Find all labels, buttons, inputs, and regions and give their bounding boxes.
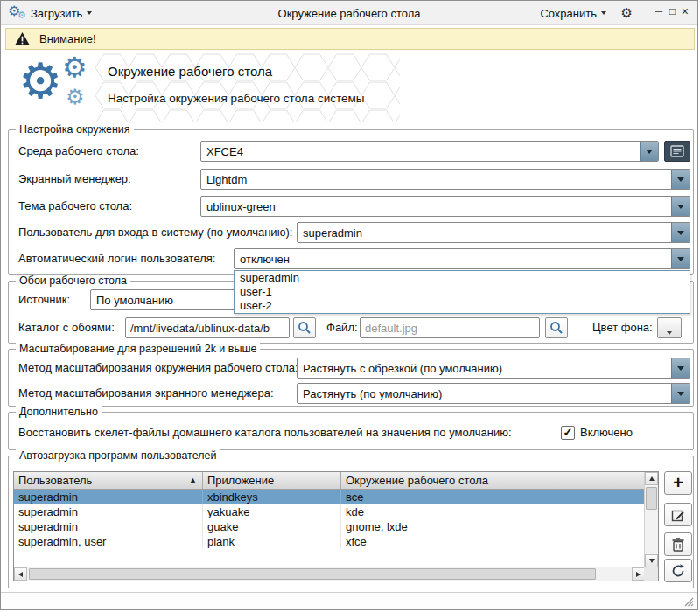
column-header-env[interactable]: Окружение рабочего стола — [341, 472, 645, 489]
desktop-environment-label: Среда рабочего стола: — [18, 141, 139, 162]
wallpaper-file-label: Файл: — [326, 317, 358, 338]
browse-file-button[interactable] — [545, 317, 568, 338]
chevron-down-icon — [667, 331, 672, 335]
background-color-label: Цвет фона: — [592, 317, 653, 338]
column-header-label: Пользователь — [18, 472, 189, 489]
scaling-desktop-label: Метод масштабирования окружения рабочего… — [18, 358, 298, 379]
skel-restore-checkbox[interactable]: ✓ — [561, 426, 575, 440]
scroll-left-button[interactable] — [14, 567, 27, 581]
login-user-select[interactable]: superadmin — [297, 222, 690, 243]
dropdown-option[interactable]: user-1 — [234, 285, 690, 299]
delete-row-button[interactable] — [664, 532, 692, 556]
scaling-dm-select[interactable]: Растянуть (по умолчанию) — [297, 383, 690, 404]
background-color-picker[interactable] — [657, 317, 682, 338]
save-menu-button[interactable]: Сохранить — [540, 1, 606, 25]
page-subtitle: Настройка окружения рабочего стола систе… — [108, 92, 365, 105]
column-header-user[interactable]: Пользователь ▲ — [14, 472, 203, 489]
autologin-label: Автоматический логин пользователя: — [18, 248, 215, 269]
edit-row-button[interactable] — [664, 503, 692, 526]
scaling-desktop-select[interactable]: Растянуть с обрезкой (по умолчанию) — [297, 358, 690, 379]
dropdown-option[interactable]: user-2 — [234, 299, 690, 313]
autostart-table: Пользователь ▲ Приложение Окружение рабо… — [13, 471, 659, 581]
scaling-desktop-value: Растянуть с обрезкой (по умолчанию) — [298, 362, 671, 375]
save-button-label: Сохранить — [540, 7, 597, 20]
scroll-down-button[interactable] — [645, 554, 658, 567]
check-icon: ✓ — [564, 427, 573, 438]
display-manager-select[interactable]: Lightdm — [200, 169, 690, 190]
trash-icon — [671, 537, 685, 553]
titlebar: ⚙ ⚙ Загрузить Окружение рабочего стола С… — [1, 1, 697, 25]
plus-icon: + — [673, 474, 683, 491]
column-header-label: Приложение — [207, 472, 340, 489]
autologin-select[interactable]: отключен — [234, 248, 690, 269]
warning-banner: Внимание! — [5, 28, 695, 50]
table-row[interactable]: superadmin xbindkeys все — [14, 490, 645, 504]
autologin-dropdown-list: superadmin user-1 user-2 — [234, 270, 690, 314]
logo-gear-large-icon: ⚙ — [18, 57, 62, 106]
scroll-right-button[interactable] — [632, 567, 645, 581]
vertical-scroll-thumb[interactable] — [646, 487, 657, 510]
wallpaper-dir-input[interactable] — [125, 317, 290, 338]
list-icon — [670, 145, 684, 157]
chevron-down-icon — [601, 11, 606, 15]
horizontal-scroll-thumb[interactable] — [29, 568, 596, 580]
scroll-up-button[interactable] — [645, 472, 658, 485]
column-header-label: Окружение рабочего стола — [346, 472, 644, 489]
horizontal-scrollbar[interactable] — [14, 567, 645, 581]
scaling-dm-value: Растянуть (по умолчанию) — [298, 387, 671, 400]
theme-label: Тема рабочего стола: — [18, 196, 132, 217]
desktop-environment-select[interactable]: XFCE4 — [200, 141, 659, 162]
logo-gear-medium-icon: ⚙ — [62, 53, 88, 81]
browse-dir-button[interactable] — [293, 317, 316, 338]
refresh-button[interactable] — [664, 559, 692, 582]
wallpaper-file-input[interactable] — [360, 317, 540, 338]
theme-value: ublinux-green — [201, 200, 671, 213]
chevron-down-icon — [671, 170, 690, 189]
group-environment-legend: Настройка окружения — [16, 123, 134, 136]
desktop-environment-value: XFCE4 — [201, 145, 640, 158]
logo-gear-small-icon: ⚙ — [66, 87, 85, 108]
vertical-scrollbar[interactable] — [644, 472, 658, 567]
page-title: Окружение рабочего стола — [108, 64, 272, 79]
chevron-down-icon — [87, 11, 92, 15]
chevron-down-icon — [640, 142, 658, 161]
table-header-row: Пользователь ▲ Приложение Окружение рабо… — [14, 472, 645, 490]
skel-restore-label: Восстановить скелет-файлы домашнего ката… — [18, 422, 512, 443]
login-user-label: Пользователь для входа в систему (по умо… — [18, 222, 292, 243]
app-window: ⚙ ⚙ Загрузить Окружение рабочего стола С… — [0, 0, 698, 610]
group-autostart-legend: Автозагрузка программ пользователей — [16, 449, 220, 462]
app-gear-small-icon: ⚙ — [18, 10, 26, 20]
refresh-icon — [670, 563, 686, 579]
login-user-value: superadmin — [298, 226, 671, 240]
column-header-app[interactable]: Приложение — [203, 472, 341, 489]
display-manager-label: Экранный менеджер: — [18, 169, 131, 190]
magnifier-icon — [550, 321, 564, 335]
desktop-environment-details-button[interactable] — [664, 141, 690, 162]
maximize-button[interactable]: □ — [669, 6, 676, 17]
chevron-down-icon — [671, 223, 690, 242]
theme-select[interactable]: ublinux-green — [200, 196, 690, 217]
table-row[interactable]: superadmin yakuake kde — [14, 504, 645, 519]
display-manager-value: Lightdm — [201, 173, 671, 186]
magnifier-icon — [298, 321, 312, 335]
chevron-down-icon — [671, 358, 690, 378]
wallpaper-dir-label: Каталог с обоями: — [18, 317, 115, 338]
dropdown-option[interactable]: superadmin — [234, 271, 690, 285]
group-extra-legend: Дополнительно — [16, 406, 102, 418]
status-bar — [1, 592, 697, 609]
load-button-label: Загрузить — [31, 7, 82, 20]
minimize-button[interactable]: ─ — [654, 6, 662, 17]
chevron-down-icon — [671, 384, 690, 403]
add-row-button[interactable]: + — [664, 471, 692, 495]
resize-grip[interactable] — [682, 595, 695, 608]
group-scaling-legend: Масштабирование для разрешений 2k и выше — [16, 343, 260, 355]
chevron-down-icon — [671, 249, 690, 268]
load-menu-button[interactable]: Загрузить — [31, 1, 92, 25]
close-button[interactable]: × — [682, 5, 689, 17]
table-row[interactable]: superadmin, user plank xfce — [14, 534, 645, 549]
warning-text: Внимание! — [39, 32, 96, 45]
table-row[interactable]: superadmin guake gnome, lxde — [14, 519, 645, 534]
settings-gear-icon[interactable]: ⚙ — [621, 6, 633, 19]
pencil-edit-icon — [670, 507, 686, 523]
group-wallpaper-legend: Обои рабочего стола — [16, 275, 130, 287]
